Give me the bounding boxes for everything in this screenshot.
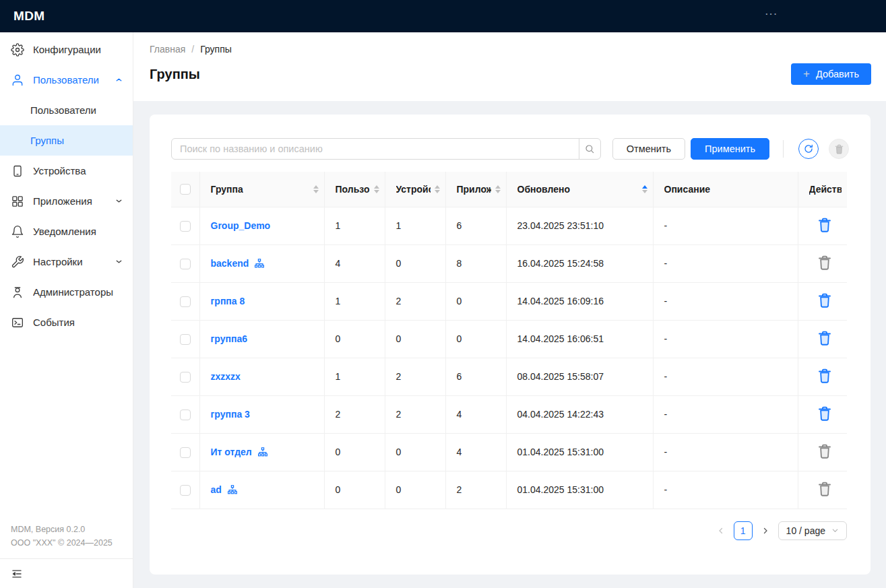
row-checkbox[interactable]: [180, 372, 191, 383]
bulk-delete-button[interactable]: [829, 139, 849, 159]
row-checkbox[interactable]: [180, 410, 191, 420]
chevron-right-icon: [761, 527, 769, 535]
column-header-devices[interactable]: Устройства: [396, 184, 431, 195]
sidebar-subitem-users[interactable]: Пользователи: [0, 95, 133, 125]
group-name-link[interactable]: zxzxzx: [211, 371, 241, 382]
delete-row-button[interactable]: [816, 329, 833, 347]
row-checkbox[interactable]: [180, 485, 191, 496]
updated-at: 01.04.2025 15:31:00: [517, 447, 604, 457]
column-header-actions: Действия: [809, 184, 842, 195]
users-count: 1: [336, 220, 341, 231]
group-name-link[interactable]: группа6: [211, 333, 247, 344]
table-row: группа6 0 0 0 14.04.2025 16:06:51 -: [171, 320, 847, 358]
column-header-description: Описание: [664, 184, 711, 195]
devices-count: 2: [396, 371, 402, 382]
sidebar-item-label: Пользователи: [33, 74, 106, 86]
sidebar-item-notifications[interactable]: Уведомления: [0, 216, 133, 247]
sort-carets[interactable]: [642, 185, 647, 193]
trash-icon: [833, 143, 845, 155]
apply-button[interactable]: Применить: [691, 138, 769, 160]
pagination-prev-button[interactable]: [716, 525, 726, 536]
delete-row-button[interactable]: [816, 216, 833, 234]
table-row: группа 3 2 2 4 04.04.2025 14:22:43 -: [171, 395, 847, 433]
select-all-checkbox[interactable]: [180, 184, 191, 195]
column-header-users[interactable]: Пользователи: [336, 184, 370, 195]
group-name-link[interactable]: Group_Demo: [211, 220, 271, 231]
sort-carets[interactable]: [495, 185, 501, 193]
sidebar-item-events[interactable]: События: [0, 307, 133, 337]
sidebar-item-label: Приложения: [33, 195, 106, 207]
add-group-button[interactable]: + Добавить: [791, 63, 871, 85]
sidebar-item-users-parent[interactable]: Пользователи: [0, 65, 133, 95]
row-checkbox[interactable]: [180, 334, 191, 345]
group-name-link[interactable]: backend: [211, 258, 249, 269]
column-header-updated[interactable]: Обновлено: [517, 184, 570, 195]
trash-icon: [816, 443, 833, 460]
apps-count: 0: [457, 296, 462, 306]
updated-at: 23.04.2025 23:51:10: [517, 220, 604, 231]
column-header-apps[interactable]: Приложения: [457, 184, 491, 195]
users-count: 0: [336, 447, 341, 457]
device-icon: [11, 164, 24, 178]
cluster-icon: [228, 485, 237, 494]
group-name-link[interactable]: ad: [211, 484, 222, 495]
delete-row-button[interactable]: [816, 292, 833, 309]
delete-row-button[interactable]: [816, 254, 833, 271]
sidebar-item-settings[interactable]: Настройки: [0, 247, 133, 277]
apps-grid-icon: [11, 195, 24, 208]
group-name-link[interactable]: группа 3: [211, 409, 250, 420]
trash-icon: [816, 480, 833, 498]
app-root: MDM ··· Конфигурации Пользователи Пользо…: [0, 0, 886, 588]
page-header: Главная / Группы Группы + Добавить: [133, 32, 886, 101]
groups-table: Группа Пользователи Устройства Приложени…: [171, 172, 847, 509]
row-checkbox[interactable]: [180, 447, 191, 458]
sidebar-item-label: Уведомления: [33, 226, 123, 237]
trash-icon: [816, 405, 833, 422]
sidebar-subitem-groups[interactable]: Группы: [0, 125, 133, 156]
delete-row-button[interactable]: [816, 480, 833, 498]
pagination-next-button[interactable]: [760, 525, 771, 536]
apps-count: 6: [457, 220, 462, 231]
sidebar-item-configurations[interactable]: Конфигурации: [0, 34, 133, 65]
page-size-select[interactable]: 10 / page: [778, 521, 847, 540]
group-name-link[interactable]: Ит отдел: [211, 447, 252, 457]
search-button[interactable]: [579, 138, 601, 160]
chevron-down-icon: [115, 197, 123, 205]
table-body: Group_Demo 1 1 6 23.04.2025 23:51:10 - b…: [171, 207, 847, 509]
delete-row-button[interactable]: [816, 443, 833, 460]
updated-at: 01.04.2025 15:31:00: [517, 484, 604, 495]
pagination: 1 10 / page: [171, 521, 847, 540]
sidebar-item-applications[interactable]: Приложения: [0, 186, 133, 216]
pagination-page-1[interactable]: 1: [734, 521, 753, 540]
app-header: MDM ···: [0, 0, 886, 32]
plus-icon: +: [803, 68, 810, 79]
collapse-sidebar-button[interactable]: [11, 568, 23, 580]
trash-icon: [816, 367, 833, 385]
header-overflow-menu[interactable]: ···: [765, 9, 778, 19]
row-checkbox[interactable]: [180, 296, 191, 307]
menu-fold-icon: [11, 568, 23, 580]
group-name-link[interactable]: грппа 8: [211, 296, 245, 306]
row-checkbox[interactable]: [180, 221, 191, 232]
content-area: Отменить Применить: [133, 101, 886, 588]
breadcrumb-home-link[interactable]: Главная: [150, 44, 185, 55]
sidebar-item-label: Настройки: [33, 256, 106, 267]
table-row: Ит отдел 0 0 4 01.04.2025 15:31:00 -: [171, 433, 847, 471]
updated-at: 16.04.2025 15:24:58: [517, 258, 604, 269]
sort-carets[interactable]: [374, 185, 379, 193]
table-row: backend 4 0 8 16.04.2025 15:24:58 -: [171, 244, 847, 282]
sidebar-item-devices[interactable]: Устройства: [0, 156, 133, 186]
cancel-button[interactable]: Отменить: [612, 138, 685, 160]
apps-count: 6: [457, 371, 462, 382]
sort-carets[interactable]: [435, 185, 440, 193]
delete-row-button[interactable]: [816, 405, 833, 422]
sort-carets[interactable]: [313, 185, 319, 193]
table-row: Group_Demo 1 1 6 23.04.2025 23:51:10 -: [171, 207, 847, 244]
refresh-button[interactable]: [798, 139, 819, 159]
breadcrumb-current: Группы: [200, 44, 232, 55]
sidebar-item-administrators[interactable]: Администраторы: [0, 277, 133, 307]
column-header-group[interactable]: Группа: [211, 184, 243, 195]
delete-row-button[interactable]: [816, 367, 833, 385]
search-input[interactable]: [171, 138, 579, 160]
row-checkbox[interactable]: [180, 259, 191, 269]
